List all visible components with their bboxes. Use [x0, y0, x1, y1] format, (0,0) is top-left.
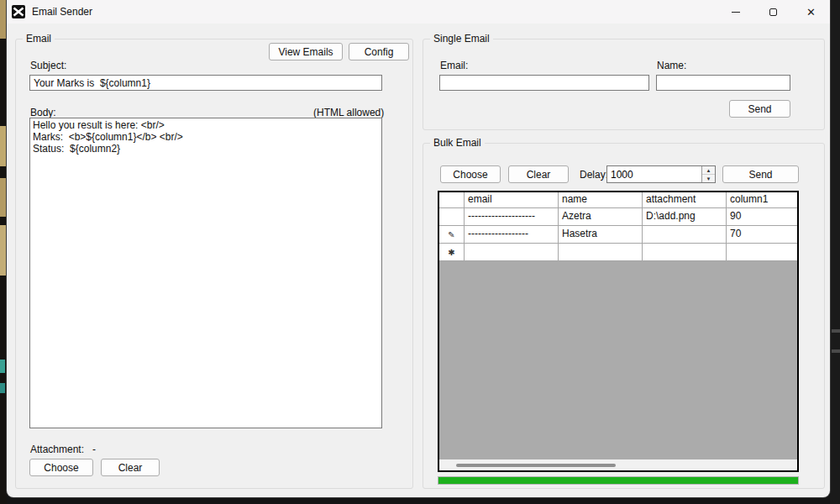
attachment-choose-button[interactable]: Choose [29, 459, 93, 476]
bulk-email-group-label: Bulk Email [430, 137, 485, 149]
table-row-new[interactable]: ✱ [439, 244, 797, 261]
cell-email[interactable]: ------------------ [465, 226, 559, 244]
bulk-clear-button[interactable]: Clear [508, 165, 569, 183]
row-header-newrow-icon[interactable]: ✱ [439, 244, 465, 261]
delay-input[interactable] [607, 166, 701, 182]
single-name-input[interactable] [656, 75, 790, 91]
single-email-label: Email: [440, 60, 468, 71]
view-emails-button[interactable]: View Emails [269, 43, 343, 60]
close-icon: ✕ [806, 7, 816, 18]
subject-input[interactable] [29, 75, 382, 91]
cell-name[interactable]: Azetra [559, 208, 643, 226]
desktop-background [832, 349, 840, 353]
body-textarea[interactable] [29, 118, 382, 428]
subject-label: Subject: [30, 60, 66, 71]
single-email-input[interactable] [439, 75, 649, 91]
cell-attachment[interactable]: D:\add.png [643, 208, 727, 226]
progress-fill [438, 477, 798, 484]
minimize-button[interactable] [717, 0, 754, 24]
row-header[interactable] [439, 208, 465, 226]
scrollbar-thumb[interactable] [456, 464, 616, 467]
body-label: Body: [30, 107, 56, 118]
cell-column1[interactable] [727, 244, 797, 261]
html-allowed-note: (HTML allowed) [313, 107, 381, 118]
desktop: { "window": { "title": "Email Sender", "… [0, 0, 840, 504]
app-window: Email Sender ✕ Email View Emails Config … [7, 0, 830, 497]
grid-horizontal-scrollbar[interactable] [439, 459, 797, 470]
grid-header-name[interactable]: name [559, 192, 643, 208]
titlebar[interactable]: Email Sender ✕ [7, 0, 830, 24]
desktop-background [0, 178, 6, 217]
grid-header-column1[interactable]: column1 [727, 192, 797, 208]
attachment-value: - [92, 444, 96, 455]
row-header-edit-icon[interactable]: ✎ [439, 226, 465, 244]
desktop-background [0, 360, 5, 373]
spin-down-icon[interactable]: ▼ [702, 175, 715, 182]
window-title: Email Sender [32, 6, 92, 18]
cell-column1[interactable]: 90 [727, 208, 797, 226]
cell-name[interactable]: Hasetra [559, 226, 643, 244]
single-send-button[interactable]: Send [729, 100, 790, 118]
cell-email[interactable] [465, 244, 559, 261]
desktop-background [830, 0, 840, 504]
desktop-background [832, 329, 840, 333]
grid-header-email[interactable]: email [465, 192, 559, 208]
cell-column1[interactable]: 70 [727, 226, 797, 244]
spin-up-icon[interactable]: ▲ [702, 166, 715, 175]
maximize-icon [769, 8, 777, 16]
bulk-progress-bar [438, 476, 799, 485]
attachment-clear-button[interactable]: Clear [101, 459, 160, 476]
cell-attachment[interactable] [643, 226, 727, 244]
cell-name[interactable] [559, 244, 643, 261]
desktop-background [0, 0, 6, 39]
bulk-send-button[interactable]: Send [722, 165, 799, 183]
grid-corner-cell[interactable] [439, 192, 465, 208]
minimize-icon [732, 12, 740, 13]
desktop-background [0, 126, 6, 166]
config-button[interactable]: Config [349, 43, 409, 60]
single-email-group-label: Single Email [430, 33, 493, 45]
table-row[interactable]: ✎ ------------------ Hasetra 70 [439, 226, 797, 244]
attachment-label: Attachment: [30, 444, 84, 455]
desktop-background [0, 383, 5, 393]
bulk-choose-button[interactable]: Choose [440, 165, 501, 183]
table-row[interactable]: -------------------- Azetra D:\add.png 9… [439, 208, 797, 226]
close-button[interactable]: ✕ [792, 0, 830, 24]
cell-attachment[interactable] [643, 244, 727, 261]
email-group-label: Email [23, 33, 55, 45]
grid-header-attachment[interactable]: attachment [643, 192, 727, 208]
desktop-background [0, 225, 6, 276]
email-app-icon [12, 5, 25, 18]
delay-spinner[interactable]: ▲ ▼ [606, 165, 716, 183]
maximize-button[interactable] [754, 0, 792, 24]
single-name-label: Name: [657, 60, 686, 71]
bulk-recipients-grid[interactable]: email name attachment column1 ----------… [438, 191, 799, 472]
delay-label: Delay: [580, 169, 608, 181]
cell-email[interactable]: -------------------- [465, 208, 559, 226]
